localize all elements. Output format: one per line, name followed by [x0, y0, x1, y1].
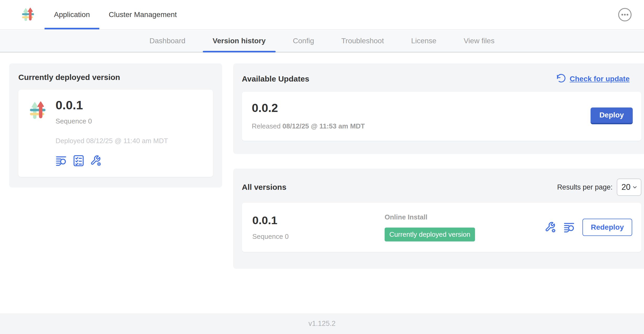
redeploy-button[interactable]: Redeploy — [582, 219, 632, 236]
app-subnav: Dashboard Version history Config Trouble… — [0, 30, 644, 52]
currently-deployed-card: Currently deployed version 0.0.1 Sequenc… — [9, 63, 222, 187]
tab-cluster-management[interactable]: Cluster Management — [99, 0, 186, 29]
deployed-version-number: 0.0.1 — [56, 99, 168, 111]
subnav-tab-config[interactable]: Config — [283, 30, 324, 52]
overflow-menu-button[interactable] — [618, 8, 632, 22]
all-versions-card: All versions Results per page: 20 0.0.1 … — [233, 169, 644, 269]
currently-deployed-title: Currently deployed version — [18, 73, 213, 82]
edit-config-icon[interactable] — [545, 222, 556, 233]
row-sequence-label: Sequence 0 — [252, 233, 385, 241]
ellipsis-menu-icon — [618, 8, 632, 22]
view-diff-icon[interactable] — [564, 222, 575, 233]
deployed-version-card: 0.0.1 Sequence 0 Deployed 08/12/25 @ 11:… — [18, 90, 213, 177]
update-released-timestamp: Released 08/12/25 @ 11:53 am MDT — [252, 122, 365, 130]
deploy-button[interactable]: Deploy — [591, 107, 633, 124]
console-version: v1.125.2 — [308, 320, 336, 328]
refresh-icon — [556, 74, 566, 84]
version-row: 0.0.1 Sequence 0 Online Install Currentl… — [242, 203, 641, 252]
deployed-version-actions — [56, 155, 168, 166]
app-logo-icon — [20, 0, 36, 29]
subnav-tab-version-history[interactable]: Version history — [203, 30, 276, 52]
subnav-tab-troubleshoot[interactable]: Troubleshoot — [331, 30, 394, 52]
right-column: Available Updates Check for update 0.0.2… — [233, 63, 644, 269]
update-version-number: 0.0.2 — [252, 101, 365, 115]
row-version-number: 0.0.1 — [252, 214, 385, 227]
currently-deployed-badge: Currently deployed version — [385, 228, 475, 241]
version-history-page: Currently deployed version 0.0.1 Sequenc… — [0, 52, 644, 313]
deployed-sequence-label: Sequence 0 — [56, 117, 168, 125]
subnav-tab-dashboard[interactable]: Dashboard — [140, 30, 195, 52]
available-updates-card: Available Updates Check for update 0.0.2… — [233, 63, 644, 154]
row-install-type: Online Install — [385, 213, 427, 221]
check-for-update-link[interactable]: Check for update — [556, 74, 630, 84]
tab-application[interactable]: Application — [45, 0, 99, 29]
top-nav-tabs: Application Cluster Management — [45, 0, 186, 29]
edit-config-icon[interactable] — [90, 155, 102, 166]
subnav-tab-license[interactable]: License — [401, 30, 446, 52]
app-logo-icon — [28, 99, 48, 122]
deployed-timestamp: Deployed 08/12/25 @ 11:40 am MDT — [56, 137, 168, 145]
subnav-tab-view-files[interactable]: View files — [454, 30, 505, 52]
chevron-down-icon — [632, 184, 638, 190]
available-updates-title: Available Updates — [242, 74, 309, 83]
view-diff-icon[interactable] — [56, 155, 67, 166]
top-navbar: Application Cluster Management — [0, 0, 644, 30]
results-per-page-select[interactable]: 20 — [617, 179, 641, 196]
results-per-page-label: Results per page: — [557, 183, 613, 191]
preflight-checks-icon[interactable] — [73, 155, 84, 166]
page-footer: v1.125.2 — [0, 313, 644, 334]
update-row: 0.0.2 Released 08/12/25 @ 11:53 am MDT D… — [242, 92, 641, 141]
all-versions-title: All versions — [242, 183, 286, 192]
row-actions: Redeploy — [545, 219, 633, 236]
